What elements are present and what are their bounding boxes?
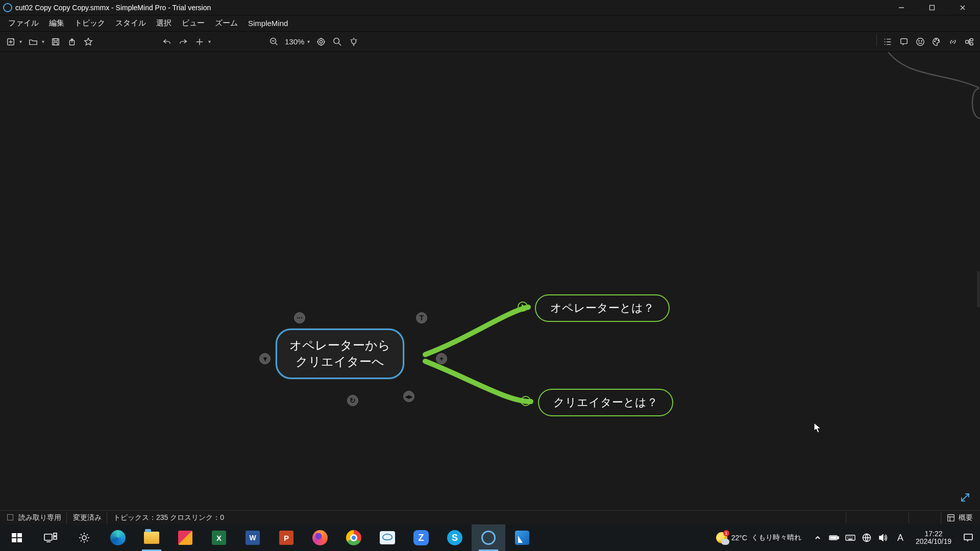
add-dropdown[interactable]: ▾ xyxy=(208,39,213,44)
svg-rect-31 xyxy=(54,537,57,539)
weather-desc: くもり時々晴れ xyxy=(751,533,801,542)
node-handle-left[interactable]: ▾ xyxy=(259,353,271,364)
new-map-button[interactable] xyxy=(3,34,18,49)
svg-rect-38 xyxy=(964,534,972,540)
menu-topic[interactable]: トピック xyxy=(69,16,110,30)
notes-icon[interactable] xyxy=(896,34,912,49)
menu-select[interactable]: 選択 xyxy=(151,16,177,30)
svg-rect-35 xyxy=(830,537,836,539)
word-taskbar-icon[interactable]: W xyxy=(236,524,270,551)
menu-style[interactable]: スタイル xyxy=(110,16,151,30)
child-topic-2[interactable]: クリエイターとは？ xyxy=(538,389,673,416)
toolbar: ▾ ▾ ▾ 130% ▾ xyxy=(0,32,980,52)
mouse-cursor xyxy=(814,422,822,434)
node-handle-add[interactable]: + xyxy=(436,353,447,364)
weather-notification-badge: 1 xyxy=(723,530,729,536)
idea-button[interactable] xyxy=(346,34,361,49)
svg-point-17 xyxy=(921,40,922,41)
svg-rect-30 xyxy=(54,533,57,536)
svg-rect-21 xyxy=(966,40,968,43)
new-map-dropdown[interactable]: ▾ xyxy=(19,39,24,44)
tray-network-icon[interactable] xyxy=(862,533,872,543)
open-folder-dropdown[interactable]: ▾ xyxy=(42,39,47,44)
svg-rect-26 xyxy=(17,533,22,537)
menu-edit[interactable]: 編集 xyxy=(44,16,69,30)
start-button[interactable] xyxy=(0,524,34,551)
focus-button[interactable] xyxy=(313,34,329,49)
central-topic[interactable]: オペレーターから クリエイターへ xyxy=(276,329,404,379)
readonly-toggle[interactable]: 読み取り専用 xyxy=(2,512,67,523)
tray-time: 17:22 xyxy=(916,530,951,538)
open-folder-button[interactable] xyxy=(26,34,41,49)
settings-taskbar-icon[interactable] xyxy=(67,524,101,551)
chrome-taskbar-icon[interactable] xyxy=(337,524,371,551)
app-taskbar-icon-3[interactable] xyxy=(505,524,539,551)
node-handle-text[interactable]: T xyxy=(416,312,427,323)
maximize-button[interactable] xyxy=(917,0,947,15)
save-button[interactable] xyxy=(48,34,63,49)
tray-keyboard-icon[interactable] xyxy=(845,533,855,543)
child-topic-1[interactable]: オペレーターとは？ xyxy=(535,294,670,322)
tray-notifications-icon[interactable] xyxy=(961,533,976,543)
palette-icon[interactable] xyxy=(929,34,944,49)
svg-rect-22 xyxy=(970,38,973,41)
svg-rect-25 xyxy=(12,533,16,537)
menu-simplemind[interactable]: SimpleMind xyxy=(243,17,293,30)
excel-taskbar-icon[interactable]: X xyxy=(202,524,236,551)
tray-chevron-icon[interactable] xyxy=(813,533,823,543)
app-taskbar-icon-1[interactable] xyxy=(168,524,202,551)
menu-bar: ファイル 編集 トピック スタイル 選択 ビュー ズーム SimpleMind xyxy=(0,15,980,32)
undo-button[interactable] xyxy=(159,34,175,49)
link-icon[interactable] xyxy=(945,34,961,49)
central-topic-text: オペレーターから クリエイターへ xyxy=(289,338,390,368)
svg-rect-29 xyxy=(44,534,52,540)
zoom-taskbar-icon[interactable]: Z xyxy=(404,524,438,551)
tray-clock[interactable]: 17:22 2024/10/19 xyxy=(913,530,954,546)
redo-button[interactable] xyxy=(176,34,191,49)
readonly-label: 読み取り専用 xyxy=(18,513,61,521)
menu-file[interactable]: ファイル xyxy=(3,16,44,30)
overview-button[interactable]: 概要 xyxy=(941,512,978,523)
powerpoint-taskbar-icon[interactable]: P xyxy=(270,524,303,551)
skype-taskbar-icon[interactable]: S xyxy=(438,524,472,551)
share-button[interactable] xyxy=(64,34,80,49)
node-handle-menu[interactable]: ··· xyxy=(294,312,305,323)
zoom-out-button[interactable] xyxy=(266,34,282,49)
menu-zoom[interactable]: ズーム xyxy=(210,16,243,30)
svg-rect-1 xyxy=(930,5,935,10)
resize-handle-icon[interactable] xyxy=(960,492,971,505)
weather-widget[interactable]: 1 22°C くもり時々晴れ xyxy=(711,532,806,543)
modified-status: 変更済み xyxy=(68,512,107,523)
title-bar: cut02 Copy Copy Copy.smmx - SimpleMind P… xyxy=(0,0,980,15)
menu-view[interactable]: ビュー xyxy=(177,16,210,30)
task-view-button[interactable] xyxy=(34,524,67,551)
edge-taskbar-icon[interactable] xyxy=(101,524,135,551)
explorer-taskbar-icon[interactable] xyxy=(135,524,168,551)
readonly-checkbox[interactable] xyxy=(7,514,13,520)
emoji-icon[interactable] xyxy=(913,34,928,49)
tray-ime-icon[interactable]: A xyxy=(894,533,906,543)
child-topic-1-text: オペレーターとは？ xyxy=(550,302,654,314)
zoom-dropdown[interactable]: ▾ xyxy=(307,39,312,44)
mindmap-canvas[interactable]: オペレーターから クリエイターへ ▾ ··· T + ↻ ◂▸ オペレーターとは… xyxy=(0,52,980,510)
outline-icon[interactable] xyxy=(880,34,895,49)
tray-date: 2024/10/19 xyxy=(916,538,951,545)
firefox-taskbar-icon[interactable] xyxy=(303,524,337,551)
layout-icon[interactable] xyxy=(962,34,977,49)
add-button[interactable] xyxy=(192,34,207,49)
search-button[interactable] xyxy=(330,34,345,49)
tray-battery-icon[interactable] xyxy=(829,533,839,543)
minimize-button[interactable] xyxy=(886,0,917,15)
child1-collapse-icon[interactable] xyxy=(518,302,528,312)
node-handle-move[interactable]: ◂▸ xyxy=(403,391,414,402)
favorite-button[interactable] xyxy=(81,34,96,49)
svg-rect-5 xyxy=(53,38,59,45)
node-handle-rotate[interactable]: ↻ xyxy=(347,395,358,406)
app-taskbar-icon-2[interactable] xyxy=(371,524,404,551)
svg-rect-23 xyxy=(970,42,973,45)
child2-collapse-icon[interactable] xyxy=(521,396,531,406)
close-button[interactable] xyxy=(947,0,978,15)
zoom-level[interactable]: 130% xyxy=(283,37,306,46)
tray-volume-icon[interactable] xyxy=(878,533,888,543)
simplemind-taskbar-icon[interactable] xyxy=(472,524,505,551)
